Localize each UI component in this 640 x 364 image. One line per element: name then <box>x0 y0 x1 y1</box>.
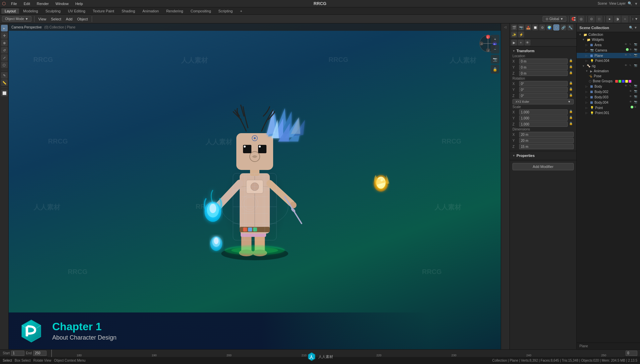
loc-y-input[interactable] <box>519 65 568 70</box>
area-eye-icon[interactable]: 👁 <box>625 43 629 47</box>
sidebar-toggle[interactable]: ◁ <box>503 25 508 29</box>
point001-expand[interactable]: ▷ <box>585 111 589 114</box>
anim-expand[interactable]: ▼ <box>585 70 589 73</box>
outliner-item-collection[interactable]: ▼ 📁 Collection <box>577 32 640 37</box>
tool-add-cube[interactable]: ⬜ <box>1 90 8 96</box>
plane-cursor-icon[interactable]: ↖ <box>629 54 633 58</box>
header-add[interactable]: Add <box>65 16 74 22</box>
outliner-item-pose[interactable]: 🤸 Pose <box>577 74 640 79</box>
prop-create-icon[interactable]: + <box>518 39 524 46</box>
tool-transform[interactable]: ⬡ <box>1 62 8 68</box>
header-object[interactable]: Object <box>76 16 89 22</box>
transform-header[interactable]: Transform <box>510 48 576 54</box>
rot-y-input[interactable] <box>519 87 568 92</box>
rig-render-icon[interactable]: 📷 <box>634 64 638 68</box>
tool-scale[interactable]: ⤢ <box>1 54 8 61</box>
outliner-item-animation[interactable]: ▼ ▶ Animation <box>577 69 640 74</box>
prop-constraints-icon[interactable]: 🔗 <box>560 24 566 30</box>
outliner-item-area[interactable]: ▷ ▦ Area 👁 ↖ 📷 <box>577 42 640 48</box>
prop-scene-props-icon[interactable]: ⚙ <box>539 24 545 30</box>
outliner-item-body004[interactable]: ▷ ▦ Body.004 👁 📷 <box>577 100 640 105</box>
outliner-item-camera[interactable]: ▷ 📷 Camera 👁 📷 <box>577 48 640 53</box>
mode-selector[interactable]: Object Mode ▼ <box>2 16 31 22</box>
body-cursor-icon[interactable]: ↖ <box>629 84 633 88</box>
plane-render-icon[interactable]: 📷 <box>634 54 638 58</box>
rig-expand[interactable]: ▼ <box>582 65 585 68</box>
outliner-item-point[interactable]: ▷ 💡 Point 👁 <box>577 105 640 110</box>
zoom-out-btn[interactable]: − <box>491 45 499 54</box>
outliner-filter-icon[interactable]: ▼ <box>634 26 637 29</box>
timeline-ruler[interactable]: 180 190 200 210 220 230 240 250 <box>48 350 624 357</box>
menu-window[interactable]: Window <box>54 1 70 6</box>
tool-select[interactable]: ▸ <box>1 25 8 31</box>
body004-eye-icon[interactable]: 👁 <box>629 100 633 104</box>
outliner-item-bone-groups[interactable]: ⬡ Bone Groups <box>577 79 640 84</box>
area-expand[interactable]: ▷ <box>585 43 589 47</box>
tool-cursor[interactable]: ✛ <box>1 32 8 39</box>
camera-expand[interactable]: ▷ <box>585 49 589 52</box>
outliner-item-point001[interactable]: ▷ 💡 Point.001 <box>577 110 640 115</box>
header-select[interactable]: Select <box>50 16 63 22</box>
collection-expand[interactable]: ▼ <box>579 33 582 36</box>
prop-modifier-icon[interactable]: 🔧 <box>567 24 573 30</box>
xray-toggle[interactable]: □ <box>596 16 603 22</box>
rotation-mode-select[interactable]: XYZ Euler ▼ <box>512 99 574 104</box>
dim-x-input[interactable] <box>519 132 574 137</box>
prop-world-icon[interactable]: 🌍 <box>546 24 552 30</box>
tab-sculpting[interactable]: Sculpting <box>42 8 64 14</box>
icon-search[interactable]: 🔍 <box>628 1 632 6</box>
tab-add[interactable]: + <box>237 8 245 14</box>
current-frame-input[interactable] <box>626 351 637 356</box>
viewport-shading-solid[interactable]: ● <box>606 16 613 22</box>
zoom-in-btn[interactable]: + <box>491 35 499 43</box>
prop-physics-icon[interactable]: ⚡ <box>518 31 524 37</box>
rot-z-input[interactable] <box>519 93 568 98</box>
status-select[interactable]: Select <box>3 359 12 362</box>
camera-eye-icon[interactable]: 👁 <box>629 48 633 52</box>
add-modifier-button[interactable]: Add Modifier <box>512 163 574 170</box>
prop-output-icon[interactable]: 📤 <box>525 24 531 30</box>
menu-edit[interactable]: Edit <box>22 1 31 6</box>
prop-render-icon[interactable]: 📷 <box>518 24 524 30</box>
status-rotate-view[interactable]: Rotate View <box>33 359 52 362</box>
loc-z-lock-icon[interactable]: 🔒 <box>569 71 574 76</box>
rot-y-lock-icon[interactable]: 🔒 <box>569 87 574 92</box>
prop-scene-icon[interactable]: 🎬 <box>511 24 517 30</box>
body002-eye-icon[interactable]: 👁 <box>629 90 633 94</box>
tab-animation[interactable]: Animation <box>139 8 162 14</box>
tab-layout[interactable]: Layout <box>1 8 19 14</box>
body-expand[interactable]: ▷ <box>585 85 589 88</box>
status-context-menu[interactable]: Object Context Menu <box>54 359 85 362</box>
outliner-item-body002[interactable]: ▷ ▦ Body.002 👁 📷 <box>577 89 640 94</box>
proportional-editing[interactable]: ◎ <box>578 16 584 22</box>
body003-expand[interactable]: ▷ <box>585 96 589 99</box>
body-render-icon[interactable]: 📷 <box>634 84 638 88</box>
menu-help[interactable]: Help <box>74 1 84 6</box>
icon-filter[interactable]: ▼ <box>634 2 638 6</box>
properties-section-header[interactable]: Properties <box>510 153 576 159</box>
menu-render[interactable]: Render <box>35 1 50 6</box>
status-box-select[interactable]: Box Select <box>15 359 31 362</box>
prop-view-icon[interactable]: 👁 <box>525 39 531 46</box>
point-eye-icon[interactable]: 👁 <box>634 106 638 110</box>
outliner-item-widgets[interactable]: ▼ 📁 Widgets <box>577 37 640 42</box>
dim-z-input[interactable] <box>519 144 574 149</box>
sc-x-input[interactable] <box>519 109 568 115</box>
sc-z-lock-icon[interactable]: 🔒 <box>569 122 574 126</box>
overlay-toggle[interactable]: ⊙ <box>588 16 595 22</box>
viewport-shading-material[interactable]: ◑ <box>614 16 621 22</box>
transform-pivot[interactable]: ⊙ Global ▼ <box>543 16 566 22</box>
tab-compositing[interactable]: Compositing <box>187 8 214 14</box>
sc-y-lock-icon[interactable]: 🔒 <box>569 116 574 120</box>
loc-x-lock-icon[interactable]: 🔒 <box>569 59 574 64</box>
rot-z-lock-icon[interactable]: 🔒 <box>569 93 574 98</box>
loc-z-input[interactable] <box>519 71 568 76</box>
viewport-shading-rendered[interactable]: ○ <box>622 16 628 22</box>
tab-uv-editing[interactable]: UV Editing <box>65 8 89 14</box>
point-expand[interactable]: ▷ <box>585 106 589 109</box>
loc-x-input[interactable] <box>519 59 568 64</box>
tool-annotate[interactable]: ✎ <box>1 72 8 79</box>
sc-y-input[interactable] <box>519 115 568 121</box>
body003-render-icon[interactable]: 📷 <box>634 95 638 99</box>
plane-expand[interactable]: ▷ <box>585 54 589 57</box>
